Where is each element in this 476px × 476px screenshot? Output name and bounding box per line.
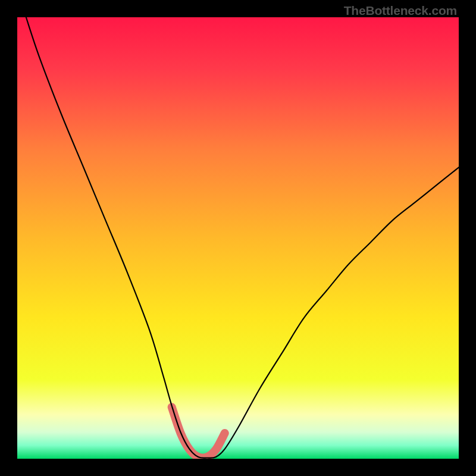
- chart-frame: TheBottleneck.com: [0, 0, 476, 476]
- chart-svg: [17, 17, 459, 459]
- plot-area: [17, 17, 459, 459]
- watermark-text: TheBottleneck.com: [344, 4, 457, 18]
- gradient-bg: [17, 17, 459, 459]
